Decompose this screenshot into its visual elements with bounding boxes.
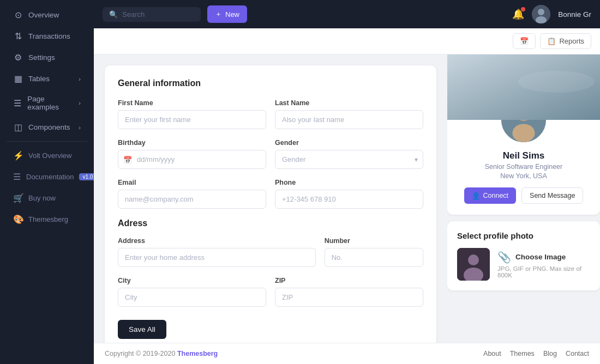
user-name: Bonnie Gr [558, 10, 591, 19]
sidebar-item-label: Themesberg [28, 215, 68, 223]
footer-links: About Themes Blog Contact [483, 350, 589, 357]
gender-select[interactable]: Gender Male Female Other Prefer not to s… [275, 150, 423, 169]
first-name-group: First Name [118, 99, 266, 129]
sidebar-item-label: Components [28, 123, 70, 131]
search-input[interactable] [122, 10, 188, 19]
profile-location: New York, USA [447, 172, 600, 180]
sidebar-item-settings[interactable]: ⚙ Settings [3, 47, 91, 68]
address-input[interactable] [118, 248, 316, 267]
header-right: 🔔 Bonnie Gr [512, 5, 591, 23]
birthday-group: Birthday 📅 [118, 139, 266, 169]
top-header: 🔍 ＋ New 🔔 Bo [94, 0, 600, 28]
form-panel: General information First Name Last Name [94, 54, 447, 343]
last-name-label: Last Name [275, 99, 423, 107]
overview-icon: ⊙ [13, 10, 23, 20]
sidebar-item-label: Settings [28, 53, 55, 62]
sidebar-item-volt-overview[interactable]: ⚡ Volt Overview [3, 145, 91, 166]
birthday-input-wrap: 📅 [118, 150, 266, 169]
send-message-button[interactable]: Send Message [521, 187, 583, 204]
city-group: City [118, 277, 266, 307]
email-phone-row: Email Phone [118, 179, 423, 209]
last-name-group: Last Name [275, 99, 423, 129]
address-label: Address [118, 237, 316, 245]
zip-input[interactable] [275, 288, 423, 307]
sidebar-item-overview[interactable]: ⊙ Overview [3, 5, 91, 25]
reports-button[interactable]: 📋 Reports [540, 33, 591, 49]
transactions-icon: ⇅ [13, 31, 23, 41]
settings-icon: ⚙ [13, 52, 23, 63]
profile-panel: Neil Sims Senior Software Engineer New Y… [447, 54, 600, 343]
gender-label: Gender [275, 139, 423, 147]
sidebar-item-transactions[interactable]: ⇅ Transactions [3, 26, 91, 46]
city-input[interactable] [118, 288, 266, 307]
toolbar-row: 📅 📋 Reports [94, 28, 600, 54]
sidebar-item-page-examples[interactable]: ☰ Page examples › [3, 90, 91, 116]
themesberg-icon: 🎨 [13, 214, 23, 225]
first-name-input[interactable] [118, 110, 266, 129]
search-box[interactable]: 🔍 [103, 7, 201, 22]
email-input[interactable] [118, 190, 266, 209]
sidebar-item-themesberg[interactable]: 🎨 Themesberg [3, 209, 91, 229]
footer-brand: Themesberg [177, 350, 218, 357]
send-message-label: Send Message [530, 192, 575, 199]
photo-card: Select profile photo 📎 [447, 221, 600, 290]
plus-icon: ＋ [215, 9, 222, 19]
footer-link-blog[interactable]: Blog [543, 350, 557, 357]
city-zip-row: City ZIP [118, 277, 423, 307]
footer-link-themes[interactable]: Themes [510, 350, 535, 357]
sidebar-item-label: Transactions [28, 32, 70, 40]
user-avatar[interactable] [532, 5, 550, 23]
upload-hint: JPG, GIF or PNG. Max size of 800K [497, 265, 590, 278]
birthday-input[interactable] [118, 150, 266, 169]
photo-thumb-image [457, 248, 490, 281]
save-all-button[interactable]: Save All [118, 320, 166, 339]
svg-point-7 [513, 124, 535, 142]
gender-group: Gender Gender Male Female Other Prefer n… [275, 139, 423, 169]
footer-copyright: Copyright © 2019-2020 Themesberg [105, 350, 218, 357]
sidebar-item-label: Tables [28, 75, 50, 83]
new-button[interactable]: ＋ New [207, 5, 247, 23]
email-group: Email [118, 179, 266, 209]
footer-link-contact[interactable]: Contact [566, 350, 589, 357]
upload-icon-wrap: 📎 Choose Image [497, 251, 590, 264]
profile-actions: 👤 Connect Send Message [447, 187, 600, 204]
photo-upload-info: 📎 Choose Image JPG, GIF or PNG. Max size… [497, 251, 590, 278]
phone-label: Phone [275, 179, 423, 186]
cover-image [447, 54, 600, 120]
chevron-right-icon: › [79, 100, 81, 106]
footer-link-about[interactable]: About [483, 350, 501, 357]
photo-upload-row: 📎 Choose Image JPG, GIF or PNG. Max size… [457, 248, 590, 281]
connect-icon: 👤 [472, 192, 481, 200]
section-title-general: General information [118, 78, 423, 88]
phone-input[interactable] [275, 190, 423, 209]
sidebar-item-tables[interactable]: ▦ Tables › [3, 69, 91, 89]
connect-button[interactable]: 👤 Connect [464, 187, 517, 204]
photo-thumbnail [457, 248, 490, 281]
sidebar-item-label: Buy now [28, 194, 56, 202]
zip-group: ZIP [275, 277, 423, 307]
calendar-button[interactable]: 📅 [513, 33, 536, 49]
save-all-label: Save All [129, 325, 155, 333]
sidebar-item-components[interactable]: ◫ Components › [3, 117, 91, 137]
address-group: Address [118, 237, 316, 267]
sidebar-item-label: Overview [28, 11, 59, 19]
chevron-right-icon: › [79, 124, 81, 131]
sidebar-item-label: Documentation [26, 173, 74, 181]
sidebar-item-buy-now[interactable]: 🛒 Buy now [3, 188, 91, 208]
notification-button[interactable]: 🔔 [512, 8, 524, 20]
birthday-gender-row: Birthday 📅 Gender Gender Mal [118, 139, 423, 169]
search-icon: 🔍 [109, 10, 118, 19]
sidebar-item-documentation[interactable]: ☰ Documentation v1.0 [3, 167, 91, 187]
last-name-input[interactable] [275, 110, 423, 129]
notification-dot [521, 7, 525, 11]
first-name-label: First Name [118, 99, 266, 107]
paperclip-icon: 📎 [497, 251, 511, 264]
general-info-card: General information First Name Last Name [105, 65, 436, 343]
number-label: Number [325, 237, 423, 245]
number-input[interactable] [325, 248, 423, 267]
phone-group: Phone [275, 179, 423, 209]
photo-card-title: Select profile photo [457, 231, 590, 240]
email-label: Email [118, 179, 266, 186]
page-examples-icon: ☰ [13, 98, 22, 108]
name-row: First Name Last Name [118, 99, 423, 129]
